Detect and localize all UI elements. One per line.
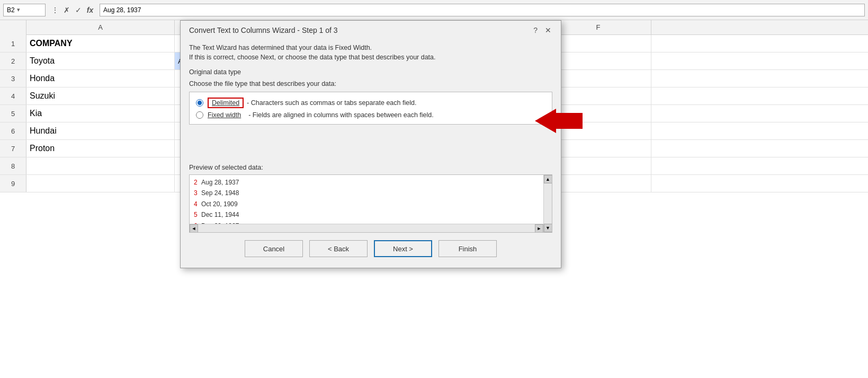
delimited-label: Delimited bbox=[208, 98, 244, 108]
back-button[interactable]: < Back bbox=[309, 240, 368, 257]
row-num-7: 7 bbox=[0, 140, 26, 157]
dialog-title-bar: Convert Text to Columns Wizard - Step 1 … bbox=[181, 21, 561, 39]
dialog-buttons: Cancel < Back Next > Finish bbox=[189, 240, 552, 259]
dialog-convert-text: Convert Text to Columns Wizard - Step 1 … bbox=[180, 20, 561, 268]
dropdown-icon[interactable]: ▾ bbox=[17, 6, 20, 13]
formula-bar-icons: ⋮ ✗ ✓ fx bbox=[48, 6, 97, 14]
spacer bbox=[189, 132, 552, 164]
preview-row: 5Dec 11, 1944 bbox=[194, 209, 539, 220]
cell-f3[interactable] bbox=[545, 70, 651, 87]
radio-fixed-width[interactable] bbox=[196, 111, 203, 119]
cell-a1[interactable]: COMPANY bbox=[26, 35, 175, 52]
row-num-4: 4 bbox=[0, 87, 26, 104]
finish-button[interactable]: Finish bbox=[439, 240, 497, 257]
scroll-right-btn[interactable]: ► bbox=[535, 224, 543, 233]
scroll-down-btn[interactable]: ▼ bbox=[544, 224, 552, 232]
cell-f9[interactable] bbox=[545, 175, 651, 192]
fixed-width-desc: - Fields are aligned in columns with spa… bbox=[248, 111, 434, 119]
radio-option-fixed-width[interactable]: Fixed width - Fields are aligned in colu… bbox=[196, 111, 545, 119]
radio-delimited[interactable] bbox=[196, 99, 203, 107]
radio-option-delimited[interactable]: Delimited - Characters such as commas or… bbox=[196, 98, 545, 108]
row-num-5: 5 bbox=[0, 105, 26, 122]
delimited-desc: - Characters such as commas or tabs sepa… bbox=[247, 99, 416, 107]
cell-f1[interactable] bbox=[545, 35, 651, 52]
scroll-track-v bbox=[544, 183, 552, 224]
preview-row: 2Aug 28, 1937 bbox=[194, 177, 539, 188]
radio-group: Delimited - Characters such as commas or… bbox=[189, 92, 552, 125]
red-arrow-icon bbox=[535, 109, 583, 133]
dialog-desc1: The Text Wizard has determined that your… bbox=[189, 44, 552, 51]
fx-icon[interactable]: fx bbox=[85, 6, 95, 14]
help-button[interactable]: ? bbox=[532, 26, 539, 34]
formula-value: Aug 28, 1937 bbox=[103, 6, 141, 14]
cell-a5[interactable]: Kia bbox=[26, 105, 175, 122]
cell-a8[interactable] bbox=[26, 157, 175, 174]
preview-row: 3Sep 24, 1948 bbox=[194, 188, 539, 198]
cancel-icon[interactable]: ✗ bbox=[61, 6, 72, 14]
svg-marker-1 bbox=[535, 109, 583, 133]
row-num-2: 2 bbox=[0, 52, 26, 69]
fixed-width-label: Fixed width bbox=[208, 111, 241, 119]
scroll-left-btn[interactable]: ◄ bbox=[190, 224, 198, 233]
preview-box: 2Aug 28, 1937 3Sep 24, 1948 4Oct 20, 190… bbox=[189, 174, 552, 233]
header-corner bbox=[0, 20, 26, 35]
cell-f8[interactable] bbox=[545, 157, 651, 174]
row-num-1: 1 bbox=[0, 35, 26, 52]
row-num-9: 9 bbox=[0, 175, 26, 192]
cancel-button[interactable]: Cancel bbox=[245, 240, 303, 257]
vertical-scrollbar[interactable]: ▲ ▼ bbox=[543, 175, 552, 232]
col-header-a[interactable]: A bbox=[26, 20, 175, 34]
dialog-title: Convert Text to Columns Wizard - Step 1 … bbox=[189, 26, 338, 34]
cell-f2[interactable] bbox=[545, 52, 651, 69]
cell-ref: B2 bbox=[7, 6, 15, 14]
radio-highlighted: Delimited - Characters such as commas or… bbox=[208, 98, 416, 108]
section-sublabel: Choose the file type that best describes… bbox=[189, 80, 552, 87]
dialog-title-buttons: ? ✕ bbox=[532, 26, 552, 34]
next-button[interactable]: Next > bbox=[374, 240, 432, 257]
row-num-6: 6 bbox=[0, 122, 26, 139]
more-icon[interactable]: ⋮ bbox=[50, 6, 60, 14]
scroll-track-h bbox=[198, 224, 535, 232]
dialog-body: The Text Wizard has determined that your… bbox=[181, 39, 561, 268]
cell-a4[interactable]: Suzuki bbox=[26, 87, 175, 104]
cell-a3[interactable]: Honda bbox=[26, 70, 175, 87]
scroll-up-btn[interactable]: ▲ bbox=[544, 175, 552, 183]
close-button[interactable]: ✕ bbox=[544, 26, 552, 34]
cell-f7[interactable] bbox=[545, 140, 651, 157]
row-num-8: 8 bbox=[0, 157, 26, 174]
section-label: Original data type bbox=[189, 68, 552, 76]
row-num-3: 3 bbox=[0, 70, 26, 87]
cell-a7[interactable]: Proton bbox=[26, 140, 175, 157]
formula-input[interactable]: Aug 28, 1937 bbox=[100, 4, 865, 16]
dialog-desc2: If this is correct, choose Next, or choo… bbox=[189, 54, 552, 61]
col-header-f[interactable]: F bbox=[545, 20, 651, 34]
cell-ref-box[interactable]: B2 ▾ bbox=[3, 4, 46, 16]
formula-bar: B2 ▾ ⋮ ✗ ✓ fx Aug 28, 1937 bbox=[0, 0, 868, 20]
cell-f4[interactable] bbox=[545, 87, 651, 104]
preview-label: Preview of selected data: bbox=[189, 164, 552, 171]
cell-a2[interactable]: Toyota bbox=[26, 52, 175, 69]
confirm-icon[interactable]: ✓ bbox=[73, 6, 84, 14]
horizontal-scrollbar[interactable]: ◄ ► bbox=[190, 224, 543, 232]
preview-row: 4Oct 20, 1909 bbox=[194, 199, 539, 209]
cell-a6[interactable]: Hundai bbox=[26, 122, 175, 139]
cell-a9[interactable] bbox=[26, 175, 175, 192]
